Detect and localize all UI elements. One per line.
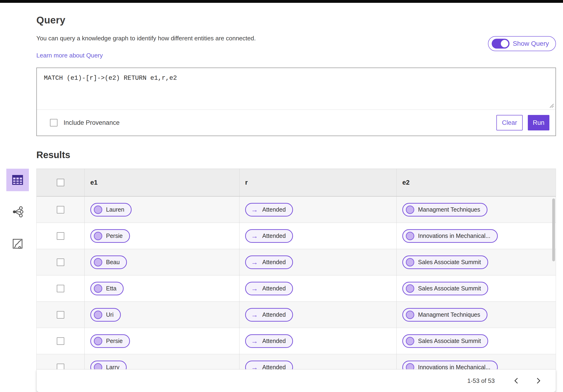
entity-pill[interactable]: Sales Associate Summit: [402, 282, 488, 295]
row-cell-e2: Sales Associate Summit: [397, 275, 556, 302]
entity-node-icon: [406, 311, 414, 319]
entity-label: Sales Associate Summit: [418, 338, 481, 344]
entity-node-icon: [94, 363, 102, 369]
entity-node-icon: [94, 205, 102, 214]
row-cell-r: → Attended: [240, 354, 397, 369]
relation-pill[interactable]: → Attended: [245, 308, 293, 322]
query-editor[interactable]: MATCH (e1)-[r]->(e2) RETURN e1,r,e2: [37, 68, 555, 110]
row-checkbox-cell: [37, 328, 85, 354]
chevron-left-icon: [513, 377, 519, 384]
next-page-button[interactable]: [533, 376, 544, 386]
entity-pill[interactable]: Uri: [90, 308, 121, 322]
entity-pill[interactable]: Lauren: [90, 203, 132, 216]
entity-label: Etta: [106, 285, 116, 292]
arrow-right-icon: →: [251, 259, 258, 266]
chart-icon: [12, 238, 23, 249]
relation-pill[interactable]: → Attended: [245, 361, 293, 369]
table-row: Etta → Attended Sales Associate Summit: [37, 275, 556, 302]
run-button[interactable]: Run: [528, 115, 550, 130]
entity-label: Lauren: [106, 206, 124, 213]
row-cell-r: → Attended: [240, 223, 397, 249]
relation-pill[interactable]: → Attended: [245, 229, 293, 243]
pagination-bar: 1-53 of 53: [36, 369, 556, 392]
table-body: Lauren → Attended Managment Techniques P…: [37, 197, 556, 369]
entity-pill[interactable]: Larry: [90, 361, 127, 369]
row-checkbox[interactable]: [57, 285, 64, 292]
show-query-label: Show Query: [513, 40, 549, 47]
relation-pill[interactable]: → Attended: [245, 282, 293, 295]
entity-pill[interactable]: Managment Techniques: [402, 308, 487, 322]
entity-node-icon: [406, 337, 414, 345]
entity-node-icon: [94, 311, 102, 319]
entity-pill[interactable]: Innovations in Mechanical...: [402, 229, 498, 243]
column-header-r: r: [245, 179, 248, 186]
relation-label: Attended: [262, 259, 286, 266]
view-switcher: [6, 169, 29, 255]
results-title: Results: [36, 150, 556, 160]
row-cell-e2: Innovations in Mechanical...: [397, 223, 556, 249]
row-checkbox-cell: [37, 249, 85, 275]
row-checkbox-cell: [37, 302, 85, 328]
entity-pill[interactable]: Persie: [90, 334, 130, 348]
entity-pill[interactable]: Managment Techniques: [402, 203, 487, 216]
main-content: Query You can query a knowledge graph to…: [36, 3, 556, 392]
toggle-knob: [501, 40, 508, 47]
row-cell-e2: Innovations in Mechanical...: [397, 354, 556, 369]
arrow-right-icon: →: [251, 285, 258, 292]
row-checkbox-cell: [37, 223, 85, 249]
entity-pill[interactable]: Innovations in Mechanical...: [402, 361, 498, 369]
row-checkbox[interactable]: [57, 232, 64, 240]
table-icon: [12, 174, 24, 186]
toggle-switch-on-icon[interactable]: [492, 39, 510, 49]
entity-pill[interactable]: Persie: [90, 229, 130, 243]
include-provenance-checkbox[interactable]: [50, 119, 57, 126]
relation-label: Attended: [262, 206, 286, 213]
table-row: Persie → Attended Innovations in Mechani…: [37, 223, 556, 249]
chart-view-button[interactable]: [6, 232, 29, 255]
table-row: Lauren → Attended Managment Techniques: [37, 197, 556, 223]
row-checkbox[interactable]: [57, 364, 64, 369]
results-area: e1 r e2 Lauren: [36, 169, 556, 392]
query-input[interactable]: MATCH (e1)-[r]->(e2) RETURN e1,r,e2: [37, 68, 555, 88]
arrow-right-icon: →: [251, 232, 258, 240]
row-cell-e1: Persie: [85, 223, 240, 249]
resize-handle-icon[interactable]: [548, 102, 554, 108]
entity-pill[interactable]: Sales Associate Summit: [402, 255, 488, 269]
table-view-button[interactable]: [6, 169, 29, 191]
top-black-bar: [0, 0, 563, 3]
arrow-right-icon: →: [251, 206, 258, 213]
relation-pill[interactable]: → Attended: [245, 255, 293, 269]
relation-label: Attended: [262, 338, 286, 344]
table-row: Beau → Attended Sales Associate Summit: [37, 249, 556, 275]
row-checkbox[interactable]: [57, 337, 64, 345]
select-all-checkbox[interactable]: [57, 179, 64, 186]
row-cell-e1: Larry: [85, 354, 240, 369]
previous-page-button[interactable]: [511, 376, 522, 386]
entity-label: Uri: [106, 311, 114, 318]
entity-node-icon: [406, 363, 414, 369]
row-checkbox-cell: [37, 197, 85, 223]
relation-pill[interactable]: → Attended: [245, 334, 293, 348]
entity-label: Beau: [106, 259, 120, 266]
entity-pill[interactable]: Etta: [90, 282, 124, 295]
table-row: Persie → Attended Sales Associate Summit: [37, 328, 556, 354]
graph-view-button[interactable]: [6, 201, 29, 223]
row-checkbox[interactable]: [57, 259, 64, 266]
entity-pill[interactable]: Sales Associate Summit: [402, 334, 488, 348]
query-description: You can query a knowledge graph to ident…: [36, 35, 256, 42]
entity-pill[interactable]: Beau: [90, 255, 127, 269]
relation-pill[interactable]: → Attended: [245, 203, 293, 216]
row-checkbox[interactable]: [57, 311, 64, 318]
row-cell-e1: Persie: [85, 328, 240, 354]
row-checkbox[interactable]: [57, 206, 64, 214]
row-cell-r: → Attended: [240, 302, 397, 328]
table-header-row: e1 r e2: [37, 169, 556, 197]
show-query-toggle[interactable]: Show Query: [488, 36, 556, 51]
column-header-e1: e1: [90, 179, 98, 186]
relation-label: Attended: [262, 232, 286, 239]
entity-node-icon: [406, 258, 414, 266]
row-cell-e2: Managment Techniques: [397, 197, 556, 223]
table-scrollbar[interactable]: [552, 199, 555, 261]
learn-more-link[interactable]: Learn more about Query: [36, 52, 103, 59]
clear-button[interactable]: Clear: [496, 115, 523, 130]
